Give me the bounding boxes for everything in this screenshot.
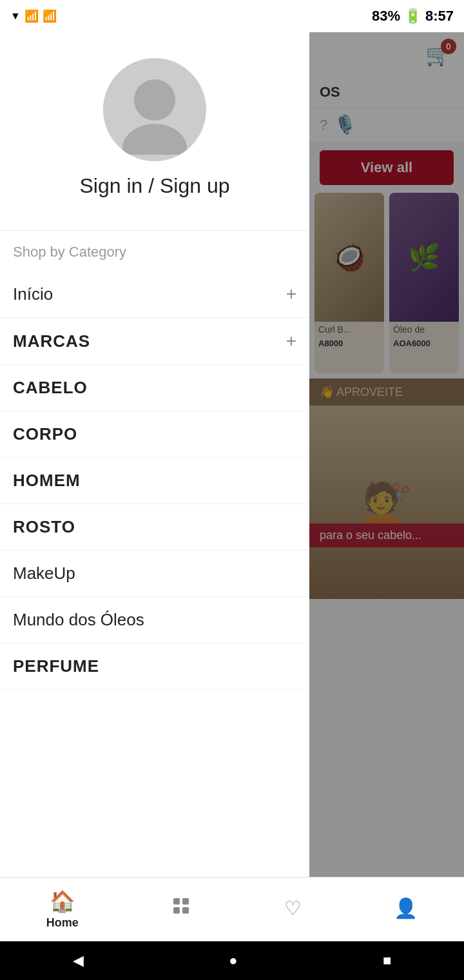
menu-item-8[interactable]: PERFUME — [0, 643, 309, 690]
home-icon: 🏠 — [50, 889, 75, 914]
sign-in-text[interactable]: Sign in / Sign up — [79, 174, 229, 198]
menu-item-label-0: Início — [13, 284, 53, 304]
menu-item-label-3: CORPO — [13, 424, 77, 444]
svg-rect-5 — [182, 907, 189, 914]
bottom-nav: 🏠 Home ♡ 👤 — [0, 877, 464, 941]
menu-item-label-6: MakeUp — [13, 564, 75, 583]
menu-item-label-4: HOMEM — [13, 471, 81, 491]
avatar-section: Sign in / Sign up — [0, 32, 309, 217]
category-header: Shop by Category — [0, 244, 309, 271]
menu-item-plus-1: + — [286, 331, 296, 351]
menu-item-7[interactable]: Mundo dos Óleos — [0, 597, 309, 643]
recent-button[interactable]: ■ — [383, 952, 391, 969]
menu-item-label-2: CABELO — [13, 378, 88, 398]
menu-item-label-5: ROSTO — [13, 517, 75, 537]
battery-icon: 🔋 — [404, 8, 421, 24]
menu-item-6[interactable]: MakeUp — [0, 551, 309, 597]
back-button[interactable]: ◀ — [73, 952, 84, 969]
menu-item-label-8: PERFUME — [13, 656, 99, 676]
menu-item-0[interactable]: Início+ — [0, 271, 309, 318]
nav-palette[interactable] — [158, 890, 204, 929]
android-nav: ◀ ● ■ — [0, 941, 464, 980]
svg-rect-2 — [173, 898, 180, 905]
battery-percent: 83% — [372, 8, 400, 24]
avatar-silhouette — [110, 64, 200, 155]
menu-item-label-7: Mundo dos Óleos — [13, 610, 144, 630]
status-bar: ▼ 📶 📶 83% 🔋 8:57 — [0, 0, 464, 32]
wifi-icon: ▼ — [10, 10, 21, 22]
nav-profile[interactable]: 👤 — [381, 892, 430, 927]
svg-point-1 — [122, 124, 187, 155]
menu-item-2[interactable]: CABELO — [0, 365, 309, 411]
avatar[interactable] — [103, 58, 206, 161]
menu-item-label-1: MARCAS — [13, 331, 90, 351]
menu-list: Início+MARCAS+CABELOCORPOHOMEMROSTOMakeU… — [0, 271, 309, 690]
side-drawer: Sign in / Sign up Shop by Category Iníci… — [0, 32, 309, 877]
drawer-overlay[interactable] — [309, 0, 464, 980]
signal-icon-2: 📶 — [43, 9, 57, 23]
nav-home[interactable]: 🏠 Home — [34, 884, 92, 935]
menu-item-4[interactable]: HOMEM — [0, 458, 309, 504]
nav-wishlist[interactable]: ♡ — [271, 892, 314, 927]
menu-item-5[interactable]: ROSTO — [0, 504, 309, 551]
status-left: ▼ 📶 📶 — [10, 9, 57, 23]
heart-icon: ♡ — [284, 897, 302, 919]
menu-item-3[interactable]: CORPO — [0, 411, 309, 458]
home-button[interactable]: ● — [229, 952, 237, 969]
clock: 8:57 — [425, 8, 454, 24]
menu-item-1[interactable]: MARCAS+ — [0, 318, 309, 365]
divider-1 — [0, 230, 309, 231]
svg-rect-4 — [173, 907, 180, 914]
profile-icon: 👤 — [394, 897, 418, 919]
status-right: 83% 🔋 8:57 — [372, 8, 454, 24]
palette-icon — [171, 896, 191, 921]
menu-item-plus-0: + — [286, 284, 296, 304]
svg-rect-3 — [182, 898, 189, 905]
nav-home-label: Home — [46, 916, 79, 930]
signal-icon: 📶 — [24, 9, 39, 23]
svg-point-0 — [134, 79, 175, 121]
